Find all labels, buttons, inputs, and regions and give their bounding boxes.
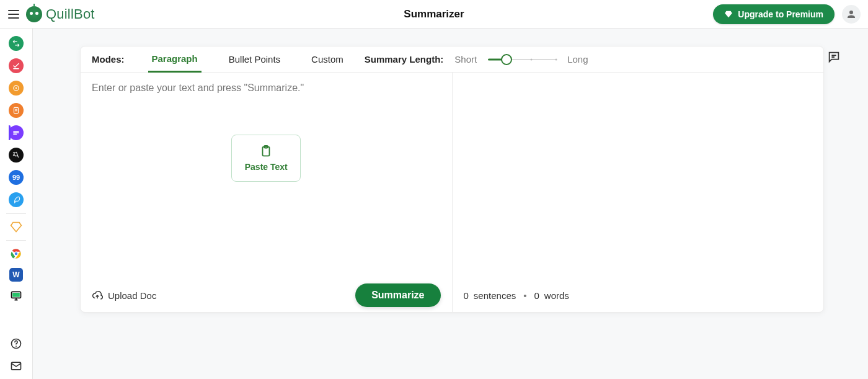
summarizer-card: Modes: Paragraph Bullet Points Custom Su… [80,46,824,313]
app-header: QuillBot Summarizer Upgrade to Premium [0,0,868,29]
summarize-button[interactable]: Summarize [355,283,440,307]
feedback-button[interactable] [827,50,841,64]
left-rail: 99 W [0,29,33,379]
account-button[interactable] [842,5,861,24]
panes: Paste Text Upload Doc Summarize [81,73,823,312]
slider-knob[interactable] [501,54,512,65]
output-pane: 0 sentences • 0 words [452,73,824,312]
menu-toggle-button[interactable] [5,6,22,23]
page-title: Summarizer [404,8,464,20]
quote-99-icon: 99 [12,174,20,181]
upload-doc-label: Upload Doc [108,290,156,301]
paste-text-label: Paste Text [245,162,288,172]
monitor-icon [10,290,22,302]
rail-contact-button[interactable] [9,359,23,373]
svg-rect-6 [12,293,20,297]
target-icon [12,84,20,92]
rail-citation-icon[interactable]: 99 [9,170,24,185]
brand-mark-icon [26,6,42,22]
translate-icon [12,151,20,159]
input-footer: Upload Doc Summarize [81,279,452,312]
input-area: Paste Text [81,73,452,279]
separator-dot: • [523,290,526,301]
output-area [453,73,824,279]
rail-tools-group: 99 [9,36,24,207]
word-count: 0 [534,290,539,301]
modes-label: Modes: [92,54,125,65]
rail-divider [6,213,26,214]
rail-help-button[interactable] [9,337,23,350]
rail-plagiarism-icon[interactable] [9,81,24,96]
brand-logo[interactable]: QuillBot [26,6,95,22]
tab-paragraph[interactable]: Paragraph [148,47,202,73]
rail-word-icon[interactable]: W [9,268,23,282]
word-w-icon: W [12,270,19,279]
clipboard-icon [259,145,273,158]
rail-translator-icon[interactable] [9,148,24,163]
rail-premium-icon[interactable] [9,220,23,234]
swap-icon [12,39,20,48]
paste-text-button[interactable]: Paste Text [231,135,301,182]
help-circle-icon [10,337,22,350]
rail-chrome-icon[interactable] [9,247,23,261]
svg-point-1 [16,87,17,89]
length-short-label: Short [454,54,477,65]
upgrade-label: Upgrade to Premium [738,9,823,19]
length-long-label: Long [567,54,588,65]
diamond-icon [724,10,733,19]
document-icon [12,106,20,115]
comment-icon [827,50,841,64]
chrome-icon [10,247,22,260]
brand-text: QuillBot [46,6,95,22]
length-slider[interactable] [488,53,556,66]
rail-summarizer-icon[interactable] [9,125,24,140]
sentence-count: 0 [464,290,469,301]
upgrade-premium-button[interactable]: Upgrade to Premium [713,4,835,24]
input-pane: Paste Text Upload Doc Summarize [81,73,452,312]
sentence-word: sentences [474,290,516,301]
rail-desktop-icon[interactable] [9,289,23,303]
rail-notes-icon[interactable] [9,192,24,207]
upload-doc-button[interactable]: Upload Doc [92,290,156,301]
svg-point-4 [14,252,18,256]
upload-cloud-icon [92,290,103,301]
length-label: Summary Length: [365,54,444,65]
rail-grammar-icon[interactable] [9,58,24,73]
word-word: words [544,290,569,301]
person-icon [846,9,857,20]
modes-toolbar: Modes: Paragraph Bullet Points Custom Su… [81,47,823,73]
mail-icon [10,360,22,372]
rail-active-indicator [9,125,11,140]
output-footer: 0 sentences • 0 words [453,279,824,312]
tab-custom[interactable]: Custom [308,47,347,73]
tab-bullet-points[interactable]: Bullet Points [225,47,284,73]
check-underline-icon [12,61,20,70]
rail-cowriter-icon[interactable] [9,103,24,118]
rail-divider [6,240,26,241]
rail-integrations-group: W [9,247,23,303]
feather-icon [12,195,20,204]
rail-paraphraser-icon[interactable] [9,36,24,51]
main-area: Modes: Paragraph Bullet Points Custom Su… [33,29,868,379]
lines-icon [12,128,20,137]
